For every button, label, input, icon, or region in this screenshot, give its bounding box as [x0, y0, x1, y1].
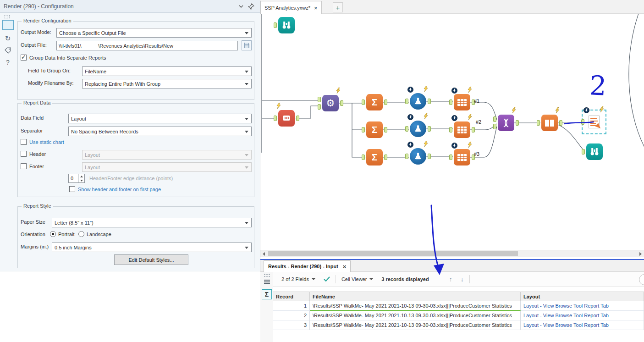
stepper-buttons[interactable] [78, 174, 84, 182]
show-header-footer-checkbox[interactable] [69, 186, 75, 192]
header-checkbox[interactable] [21, 151, 27, 157]
chevron-down-icon[interactable] [236, 1, 246, 11]
panel-grip-handle[interactable] [4, 15, 10, 18]
scroll-up-button[interactable]: ↑ [446, 276, 455, 283]
record-cell[interactable]: 2 [273, 311, 310, 320]
margins-select[interactable]: 0.5 inch Margins [52, 243, 252, 252]
scroll-right-icon[interactable] [639, 252, 642, 256]
filename-column-header[interactable]: FileName [310, 292, 521, 301]
close-tab-icon[interactable]: × [314, 5, 318, 11]
input-anchor[interactable] [274, 116, 277, 121]
separator-select[interactable]: No Spacing Between Records [68, 127, 252, 136]
edge-distance-stepper[interactable]: 0 [68, 174, 85, 183]
close-tab-icon[interactable]: × [343, 264, 347, 270]
group-reports-checkbox[interactable] [21, 55, 27, 61]
help-icon[interactable]: ? [2, 57, 13, 68]
use-static-chart-checkbox[interactable] [21, 139, 27, 145]
output-anchor[interactable] [472, 127, 475, 132]
footer-select[interactable]: Layout [82, 162, 252, 172]
input-anchor[interactable] [362, 154, 365, 160]
record-cell[interactable]: 3 [273, 320, 310, 330]
table-row[interactable]: 2 \Results\SSP WalkMe- May 2021 2021-10-… [273, 311, 644, 320]
fields-dropdown[interactable]: 2 of 2 Fields [279, 275, 318, 283]
output-anchor[interactable] [516, 120, 519, 126]
output-anchor[interactable] [559, 120, 562, 126]
input-anchor[interactable] [582, 149, 585, 154]
report-tool-2[interactable] [410, 121, 426, 137]
table-tool-2[interactable] [454, 121, 470, 138]
output-anchor[interactable] [296, 116, 299, 121]
layout-cell[interactable]: Layout - View Browse Tool Report Tab [521, 301, 644, 311]
input-anchor-2[interactable] [493, 124, 496, 129]
input-anchor[interactable] [362, 99, 365, 105]
stepper-down-icon[interactable] [80, 180, 83, 182]
input-anchor-1[interactable] [318, 97, 321, 102]
input-anchor[interactable] [405, 154, 408, 159]
output-anchor[interactable] [384, 154, 387, 160]
table-row[interactable]: 1 \Results\SSP WalkMe- May 2021 2021-10-… [273, 301, 644, 311]
input-anchor[interactable] [581, 119, 584, 125]
output-anchor[interactable] [384, 127, 387, 132]
header-select[interactable]: Layout [82, 150, 252, 160]
portrait-radio[interactable] [50, 231, 56, 237]
table-tool-3[interactable] [454, 149, 470, 165]
output-mode-select[interactable]: Choose a Specific Output File [56, 28, 252, 38]
apply-fields-button[interactable] [321, 275, 333, 283]
input-anchor[interactable] [449, 127, 452, 132]
search-button-partial[interactable] [639, 274, 644, 285]
input-anchor-2[interactable] [318, 104, 321, 110]
output-anchor[interactable] [428, 99, 431, 104]
macro-input-tool[interactable] [278, 110, 295, 127]
layout-column-header[interactable]: Layout [521, 292, 644, 301]
output-anchor[interactable] [340, 100, 343, 106]
connections-list-icon[interactable] [262, 276, 272, 287]
workflow-refresh-icon[interactable]: ↻ [2, 33, 13, 44]
run-command-tool[interactable]: ⚙ [322, 95, 339, 111]
layout-cell[interactable]: Layout - View Browse Tool Report Tab [521, 320, 644, 330]
workflow-tab[interactable]: SSP Analytics.yxwz* × [260, 1, 322, 14]
save-output-file-button[interactable] [242, 40, 252, 50]
input-anchor[interactable] [405, 126, 408, 132]
record-cell[interactable]: 1 [273, 301, 310, 311]
edit-default-styles-button[interactable]: Edit Default Styles... [114, 254, 188, 265]
browse-tool-top[interactable] [278, 17, 295, 33]
input-anchor-1[interactable] [493, 116, 496, 122]
scroll-left-icon[interactable] [263, 252, 265, 256]
report-tool-3[interactable] [410, 148, 426, 165]
record-column-header[interactable]: Record [273, 292, 310, 301]
output-anchor[interactable] [428, 126, 431, 132]
table-tool-1[interactable] [454, 94, 470, 110]
summarize-tool-3[interactable]: Σ [366, 149, 383, 165]
layout-cell[interactable]: Layout - View Browse Tool Report Tab [521, 311, 644, 320]
paper-size-select[interactable]: Letter (8.5" x 11") [52, 218, 252, 227]
filename-cell[interactable]: \Results\SSP WalkMe- May 2021 2021-10-13… [310, 311, 521, 320]
tag-icon[interactable] [2, 45, 13, 56]
output-anchor[interactable] [384, 99, 387, 105]
summarize-tool-2[interactable]: Σ [366, 121, 383, 138]
output-file-input[interactable] [56, 41, 238, 50]
filename-cell[interactable]: \Results\SSP WalkMe- May 2021 2021-10-13… [310, 320, 521, 330]
pin-icon[interactable] [246, 1, 256, 11]
filename-cell[interactable]: \Results\SSP WalkMe- May 2021 2021-10-13… [310, 301, 521, 311]
report-tool-1[interactable] [410, 93, 426, 110]
scroll-down-button[interactable]: ↓ [458, 276, 467, 283]
table-row[interactable]: 3 \Results\SSP WalkMe- May 2021 2021-10-… [273, 320, 644, 330]
results-tab[interactable]: Results - Render (290) - Input × [264, 260, 351, 272]
input-anchor[interactable] [537, 120, 540, 126]
scrollbar-thumb[interactable] [268, 251, 518, 256]
horizontal-scrollbar[interactable] [260, 250, 644, 257]
layout-tool[interactable] [541, 115, 558, 131]
input-anchor-sigma-button[interactable]: Σ [262, 289, 272, 299]
footer-checkbox[interactable] [21, 163, 27, 169]
landscape-radio[interactable] [78, 231, 84, 237]
new-workflow-tab-button[interactable]: + [333, 2, 343, 12]
workflow-canvas[interactable]: ⚙ Σ Σ Σ [260, 14, 644, 250]
stepper-up-icon[interactable] [80, 176, 83, 177]
union-tool[interactable] [498, 115, 514, 131]
field-to-group-select[interactable]: FileName [82, 66, 252, 76]
cell-viewer-dropdown[interactable]: Cell Viewer [339, 275, 376, 283]
render-tool[interactable] [586, 114, 602, 130]
input-anchor[interactable] [449, 99, 452, 105]
modify-filename-select[interactable]: Replacing Entire Path With Group [82, 79, 252, 88]
output-anchor[interactable] [428, 154, 431, 159]
